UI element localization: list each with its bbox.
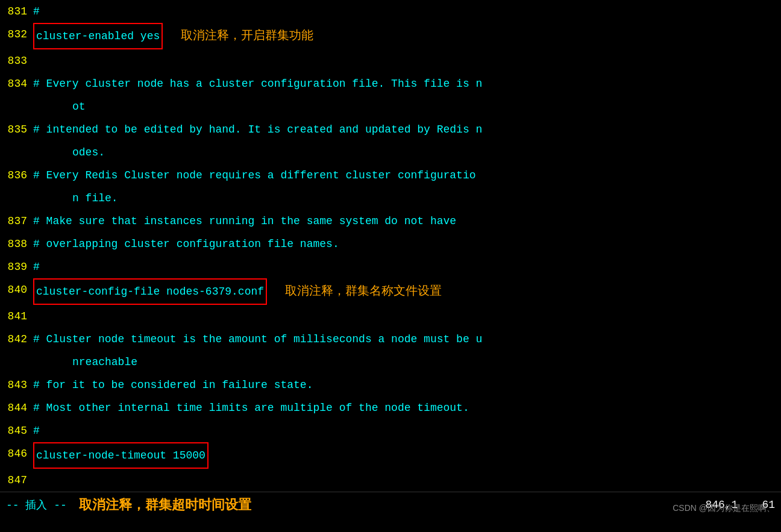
code-line-840: 840cluster-config-file nodes-6379.conf取消… [0,278,781,305]
line-number: 835 [0,118,33,141]
statusbar-annotation: 取消注释，群集超时时间设置 [79,496,706,514]
code-line-835: 835# intended to be edited by hand. It i… [0,118,781,164]
line-number: 845 [0,419,33,442]
line-code: # for it to be considered in failure sta… [33,374,781,396]
highlighted-code: cluster-enabled yes [33,23,163,49]
line-number: 840 [0,278,33,301]
line-number: 834 [0,72,33,95]
line-code: # [33,255,781,278]
code-line-837: 837# Make sure that instances running in… [0,210,781,233]
line-continuation: odes. [33,141,781,164]
line-code: # overlapping cluster configuration file… [33,233,781,255]
line-continuation: ot [33,95,781,118]
line-number: 832 [0,23,33,46]
code-line-845: 845# [0,419,781,442]
line-continuation: nreachable [33,351,781,374]
line-code: # Every cluster node has a cluster confi… [33,72,781,95]
code-line-833: 833 [0,49,781,72]
statusbar-mode: -- 插入 -- [6,498,67,512]
line-code: # [33,0,781,23]
code-line-836: 836# Every Redis Cluster node requires a… [0,164,781,210]
code-line-832: 832cluster-enabled yes取消注释，开启群集功能 [0,23,781,49]
line-annotation: 取消注释，开启群集功能 [181,25,313,48]
line-annotation: 取消注释，群集名称文件设置 [285,280,442,303]
code-line-838: 838# overlapping cluster configuration f… [0,233,781,255]
line-number: 836 [0,164,33,187]
code-line-847: 847 [0,469,781,492]
line-number: 833 [0,49,33,72]
code-line-834: 834# Every cluster node has a cluster co… [0,72,781,118]
line-number: 841 [0,305,33,328]
line-continuation: n file. [33,187,781,210]
code-line-846: 846cluster-node-timeout 15000 [0,442,781,469]
code-line-831: 831# [0,0,781,23]
line-code: # Every Redis Cluster node requires a di… [33,164,781,187]
statusbar: -- 插入 -- 取消注释，群集超时时间设置 846,1 61 [0,492,781,517]
line-number: 831 [0,0,33,23]
line-number: 837 [0,210,33,233]
code-block: 831#832cluster-enabled yes取消注释，开启群集功能833… [0,0,781,492]
editor-container: 831#832cluster-enabled yes取消注释，开启群集功能833… [0,0,781,517]
line-code: # Most other internal time limits are mu… [33,396,781,419]
code-line-839: 839# [0,255,781,278]
watermark: CSDN @因为你是在熙啊、 [673,503,775,514]
line-number: 838 [0,233,33,255]
line-number: 844 [0,396,33,419]
line-number: 839 [0,255,33,278]
code-line-844: 844# Most other internal time limits are… [0,396,781,419]
line-number: 843 [0,374,33,396]
line-number: 846 [0,442,33,465]
code-line-843: 843# for it to be considered in failure … [0,374,781,396]
line-code: # intended to be edited by hand. It is c… [33,118,781,141]
code-line-842: 842# Cluster node timeout is the amount … [0,328,781,374]
code-line-841: 841 [0,305,781,328]
line-number: 842 [0,328,33,351]
line-code: # Cluster node timeout is the amount of … [33,328,781,351]
highlighted-code: cluster-node-timeout 15000 [33,442,209,469]
highlighted-code: cluster-config-file nodes-6379.conf [33,278,267,305]
line-code: # [33,419,781,442]
line-number: 847 [0,469,33,492]
line-code: # Make sure that instances running in th… [33,210,781,233]
